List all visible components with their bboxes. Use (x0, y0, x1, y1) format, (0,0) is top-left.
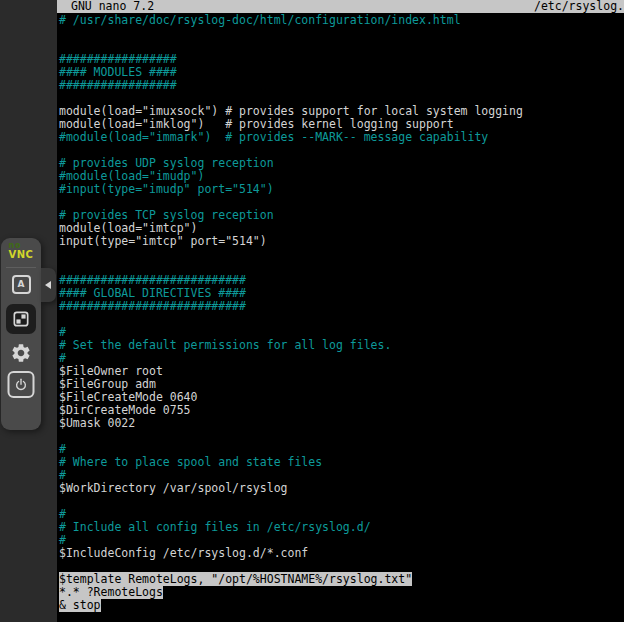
novnc-logo-bottom: VNC (1, 250, 41, 259)
editor-line (59, 430, 624, 443)
novnc-logo-top: no (0, 241, 35, 250)
editor-line (59, 248, 624, 261)
editor-line: ########################### (59, 300, 624, 313)
editor-line: # /usr/share/doc/rsyslog-doc/html/config… (59, 14, 624, 27)
panel-divider (6, 267, 36, 268)
editor-line: # Set the default permissions for all lo… (59, 339, 624, 352)
editor-line: & stop (59, 599, 624, 612)
gear-icon (10, 342, 32, 364)
editor-line: $IncludeConfig /etc/rsyslog.d/*.conf (59, 547, 624, 560)
power-icon (14, 377, 29, 392)
nano-titlebar: GNU nano 7.2 /etc/rsyslog. (57, 0, 624, 13)
editor-line: input(type="imtcp" port="514") (59, 235, 624, 248)
editor-line: #input(type="imudp" port="514") (59, 183, 624, 196)
panel-collapse-handle[interactable] (41, 268, 56, 302)
editor-line: $Umask 0022 (59, 417, 624, 430)
disconnect-button[interactable] (8, 371, 35, 398)
nano-filename-label: /etc/rsyslog. (534, 0, 624, 13)
editor-line: $DirCreateMode 0755 (59, 404, 624, 417)
editor-line: # Where to place spool and state files (59, 456, 624, 469)
chevron-left-icon (45, 281, 51, 289)
editor-line: #module(load="immark") # provides --MARK… (59, 131, 624, 144)
keyboard-button[interactable]: A (8, 271, 34, 297)
fullscreen-button[interactable] (6, 304, 36, 334)
editor-line (59, 27, 624, 40)
editor-line: $WorkDirectory /var/spool/rsyslog (59, 482, 624, 495)
editor-line (59, 495, 624, 508)
settings-button[interactable] (8, 340, 34, 366)
editor-line (59, 313, 624, 326)
editor-line: # Include all config files in /etc/rsysl… (59, 521, 624, 534)
editor-body: # /usr/share/doc/rsyslog-doc/html/config… (57, 13, 624, 612)
nano-version-label: GNU nano 7.2 (57, 0, 154, 13)
editor-line: *.* ?RemoteLogs (59, 586, 624, 599)
fullscreen-icon (11, 309, 31, 329)
terminal-screen[interactable]: GNU nano 7.2 /etc/rsyslog. # /usr/share/… (57, 0, 624, 622)
editor-line: ################# (59, 79, 624, 92)
novnc-control-panel: no VNC A (1, 238, 41, 430)
keyboard-key-icon: A (12, 275, 31, 294)
novnc-logo: no VNC (1, 241, 41, 259)
